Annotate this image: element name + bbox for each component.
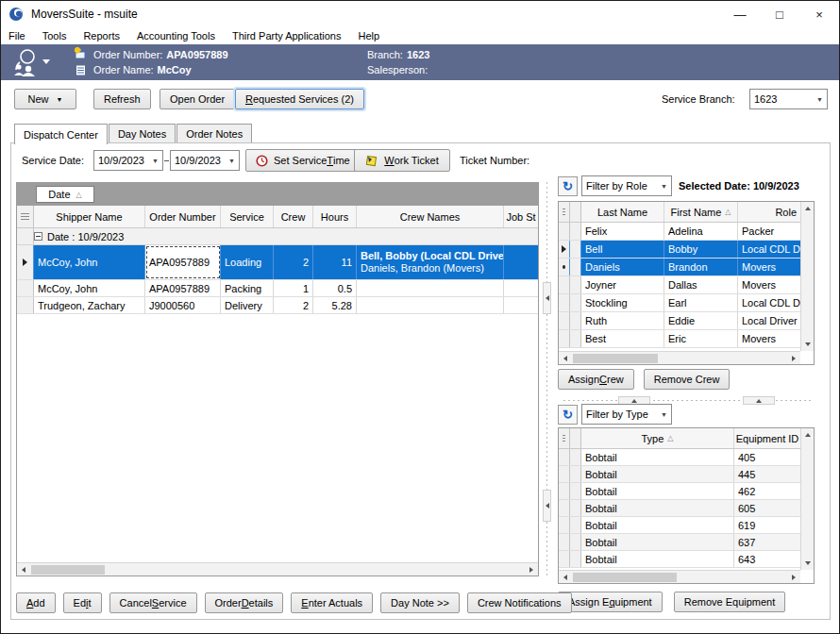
- col-order-number[interactable]: Order Number: [145, 206, 221, 227]
- refresh-equipment-button[interactable]: ↻: [558, 405, 578, 425]
- order-details-button[interactable]: Order Details: [205, 592, 284, 613]
- new-dropdown-icon[interactable]: ▼: [57, 96, 63, 103]
- vertical-splitter[interactable]: [543, 182, 551, 576]
- service-date-from-select[interactable]: 10/9/2023 ▼: [93, 150, 163, 171]
- crew-grid-header: Last Name First Name △ Role: [559, 202, 800, 223]
- equipment-row[interactable]: Bobtail 643: [559, 551, 800, 568]
- work-ticket-button[interactable]: Work Ticket: [354, 149, 450, 172]
- enter-actuals-button[interactable]: Enter Actuals: [291, 592, 373, 613]
- col-type[interactable]: Type △: [581, 428, 734, 448]
- col-role[interactable]: Role: [738, 202, 800, 222]
- filter-by-role-select[interactable]: Filter by Role ▼: [581, 175, 672, 196]
- crew-row-daniels[interactable]: Daniels Brandon Movers: [559, 259, 800, 276]
- profile-menu-icon[interactable]: [10, 47, 59, 77]
- menu-file[interactable]: File: [8, 30, 34, 42]
- new-button[interactable]: New ▼: [14, 89, 76, 109]
- service-row-delivery[interactable]: Trudgeon, Zachary J9000560 Delivery 2 5.…: [17, 297, 538, 314]
- scroll-right-icon[interactable]: [525, 563, 538, 576]
- equipment-row[interactable]: Bobtail 462: [559, 483, 800, 500]
- col-crew-names[interactable]: Crew Names: [357, 206, 504, 227]
- column-chooser-icon[interactable]: [559, 428, 570, 448]
- menu-help[interactable]: Help: [349, 30, 388, 42]
- scroll-up-icon[interactable]: [801, 202, 815, 215]
- filter-by-type-select[interactable]: Filter by Type ▼: [581, 404, 672, 425]
- scroll-left-icon[interactable]: [559, 571, 572, 584]
- day-note-button[interactable]: Day Note >>: [380, 592, 460, 613]
- crew-row-felix[interactable]: Felix Adelina Packer: [559, 223, 800, 241]
- crew-row-best[interactable]: Best Eric Movers: [559, 330, 800, 348]
- services-grid-hscrollbar[interactable]: [17, 562, 538, 576]
- scrollbar-thumb[interactable]: [573, 354, 658, 363]
- close-button[interactable]: ×: [799, 1, 839, 27]
- crew-notifications-button[interactable]: Crew Notifications: [467, 592, 572, 613]
- current-row-icon: [562, 245, 566, 253]
- column-chooser-icon[interactable]: [559, 202, 570, 222]
- group-by-date-chip[interactable]: Date △: [36, 186, 94, 203]
- equipment-row[interactable]: Bobtail 445: [559, 466, 800, 483]
- col-shipper-name[interactable]: Shipper Name: [34, 206, 145, 227]
- col-crew[interactable]: Crew: [274, 206, 313, 227]
- scroll-down-icon[interactable]: [801, 338, 815, 351]
- collapse-left-icon[interactable]: [543, 282, 551, 314]
- edit-button[interactable]: Edit: [63, 592, 102, 613]
- service-branch-select[interactable]: 1623 ▼: [749, 89, 828, 109]
- open-order-button[interactable]: Open Order: [160, 89, 235, 109]
- scroll-left-icon[interactable]: [559, 352, 572, 365]
- col-job-status[interactable]: Job St: [504, 206, 538, 227]
- current-row-icon: [23, 259, 27, 266]
- tab-day-notes[interactable]: Day Notes: [109, 124, 176, 143]
- col-service[interactable]: Service: [221, 206, 274, 227]
- scroll-up-icon[interactable]: [801, 428, 815, 442]
- scroll-down-icon[interactable]: [801, 557, 815, 570]
- tab-dispatch-center[interactable]: Dispatch Center: [14, 124, 108, 144]
- collapse-icon[interactable]: [34, 232, 42, 241]
- equipment-grid-vscrollbar[interactable]: [800, 428, 814, 570]
- menu-third-party-applications[interactable]: Third Party Applications: [224, 30, 350, 42]
- service-date-to-select[interactable]: 10/9/2023 ▼: [170, 150, 240, 171]
- minimize-button[interactable]: —: [720, 1, 760, 27]
- crew-row-ruth[interactable]: Ruth Eddie Local Driver: [559, 312, 800, 330]
- equipment-grid: Type △ Equipment ID Bobtail 405 Bobtail …: [558, 427, 815, 584]
- equipment-grid-hscrollbar[interactable]: [559, 570, 800, 583]
- refresh-crew-button[interactable]: ↻: [558, 176, 578, 196]
- menu-reports[interactable]: Reports: [75, 30, 128, 42]
- col-first-name[interactable]: First Name △: [664, 202, 738, 222]
- assign-equipment-button[interactable]: Assign Equipment: [558, 592, 663, 612]
- scroll-right-icon[interactable]: [787, 571, 800, 584]
- menu-bar: File Tools Reports Accounting Tools Thir…: [1, 27, 839, 44]
- cancel-service-button[interactable]: Cancel Service: [109, 592, 197, 613]
- crew-row-bell[interactable]: Bell Bobby Local CDL D: [559, 241, 800, 259]
- remove-crew-button[interactable]: Remove Crew: [644, 369, 731, 390]
- scroll-left-icon[interactable]: [17, 563, 30, 576]
- scroll-right-icon[interactable]: [787, 352, 800, 365]
- tab-order-notes[interactable]: Order Notes: [176, 124, 252, 143]
- col-last-name[interactable]: Last Name: [581, 202, 664, 222]
- equipment-row[interactable]: Bobtail 405: [559, 449, 800, 466]
- assign-crew-button[interactable]: Assign Crew: [558, 369, 634, 390]
- collapse-up-icon[interactable]: [743, 396, 775, 405]
- menu-tools[interactable]: Tools: [34, 30, 76, 42]
- scrollbar-thumb[interactable]: [31, 565, 105, 575]
- maximize-button[interactable]: □: [760, 1, 799, 27]
- scrollbar-thumb[interactable]: [573, 573, 677, 582]
- requested-services-button[interactable]: Requested Services (2): [235, 89, 364, 109]
- crew-grid-hscrollbar[interactable]: [559, 351, 800, 364]
- crew-row-stockling[interactable]: Stockling Earl Local CDL D: [559, 294, 800, 312]
- column-chooser-icon[interactable]: [17, 206, 34, 227]
- menu-accounting-tools[interactable]: Accounting Tools: [128, 30, 224, 42]
- collapse-left-icon[interactable]: [543, 490, 551, 522]
- col-hours[interactable]: Hours: [313, 206, 357, 227]
- refresh-button[interactable]: Refresh: [93, 89, 151, 109]
- crew-row-joyner[interactable]: Joyner Dallas Movers: [559, 276, 800, 294]
- equipment-row[interactable]: Bobtail 605: [559, 500, 800, 517]
- remove-equipment-button[interactable]: Remove Equipment: [674, 592, 786, 612]
- group-row-date[interactable]: Date : 10/9/2023: [17, 228, 538, 245]
- set-service-time-button[interactable]: Set Service Time: [245, 149, 361, 172]
- crew-grid-vscrollbar[interactable]: [800, 202, 814, 351]
- equipment-row[interactable]: Bobtail 619: [559, 517, 800, 534]
- equipment-row[interactable]: Bobtail 637: [559, 534, 800, 551]
- add-button[interactable]: Add: [16, 592, 56, 613]
- service-row-packing[interactable]: McCoy, John APA0957889 Packing 1 0.5: [17, 280, 538, 297]
- col-equipment-id[interactable]: Equipment ID: [734, 428, 800, 448]
- service-row-loading[interactable]: McCoy, John APA0957889 Loading 2 11 Bell…: [17, 245, 538, 280]
